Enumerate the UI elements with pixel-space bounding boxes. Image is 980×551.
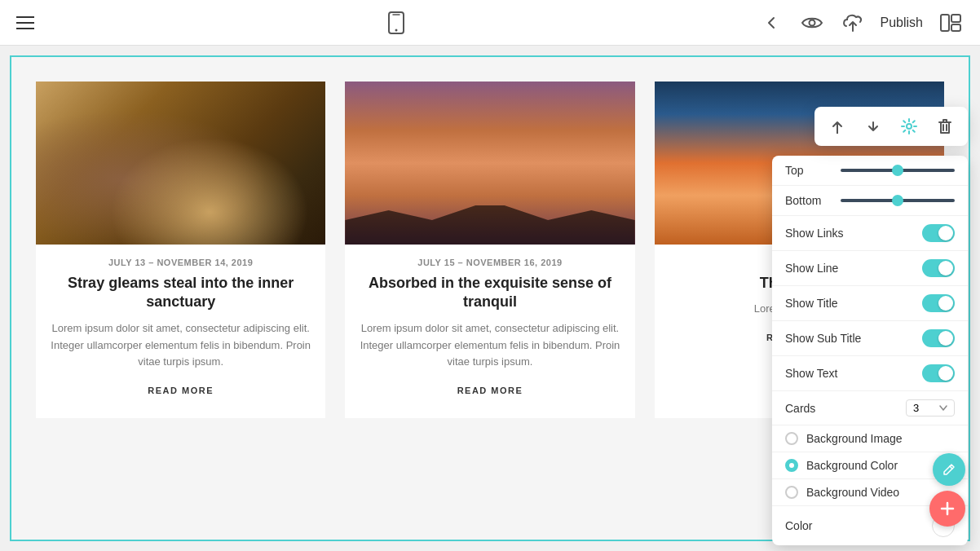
bg-video-radio[interactable] <box>785 486 798 499</box>
svg-point-7 <box>907 124 912 129</box>
top-slider-thumb[interactable] <box>892 165 903 176</box>
show-subtitle-label: Show Sub Title <box>785 332 861 345</box>
show-text-row: Show Text <box>772 356 968 391</box>
show-subtitle-row: Show Sub Title <box>772 321 968 356</box>
svg-rect-4 <box>941 15 949 31</box>
plus-icon <box>939 500 956 517</box>
navbar: Publish <box>0 0 980 46</box>
svg-point-3 <box>809 20 814 25</box>
layout-icon[interactable] <box>938 10 964 36</box>
show-text-toggle[interactable] <box>922 364 955 382</box>
move-up-button[interactable] <box>826 115 849 138</box>
card-1-text: Lorem ipsum dolor sit amet, consectetur … <box>49 320 312 371</box>
bottom-slider[interactable] <box>841 199 955 202</box>
navbar-center <box>383 10 409 36</box>
publish-label: Publish <box>881 15 923 30</box>
upload-icon[interactable] <box>840 10 866 36</box>
settings-panel: Top Bottom Show Links Show Line Show Tit… <box>772 156 968 545</box>
card-2-read-more[interactable]: READ MORE <box>457 386 523 405</box>
move-down-button[interactable] <box>862 115 885 138</box>
bottom-slider-row: Bottom <box>772 186 968 216</box>
bottom-slider-thumb[interactable] <box>892 195 903 206</box>
card-2-title: Absorbed in the exquisite sense of tranq… <box>358 274 621 312</box>
hamburger-menu[interactable] <box>16 16 34 29</box>
card-2-date: JULY 15 – NOVEMBER 16, 2019 <box>358 258 621 267</box>
card-1-title: Stray gleams steal into the inner sanctu… <box>49 274 312 312</box>
bg-color-label: Background Color <box>806 459 898 472</box>
show-links-label: Show Links <box>785 227 844 240</box>
navbar-right: Publish <box>758 10 964 36</box>
cards-select[interactable]: 3 <box>906 399 955 417</box>
card-1-image <box>36 82 325 245</box>
bg-image-radio[interactable] <box>785 432 798 445</box>
fab-add-button[interactable] <box>929 491 965 527</box>
preview-eye-icon[interactable] <box>799 10 825 36</box>
cards-row: Cards 3 <box>772 391 968 425</box>
bottom-label: Bottom <box>785 194 834 207</box>
bg-image-label: Background Image <box>806 432 903 445</box>
card-2-text: Lorem ipsum dolor sit amet, consectetur … <box>358 320 621 371</box>
svg-rect-6 <box>951 24 960 31</box>
navbar-left <box>16 16 34 29</box>
show-title-row: Show Title <box>772 286 968 321</box>
show-line-toggle[interactable] <box>922 259 955 277</box>
main-content: JULY 13 – NOVEMBER 14, 2019 Stray gleams… <box>0 46 980 551</box>
show-line-row: Show Line <box>772 251 968 286</box>
svg-rect-5 <box>951 15 960 22</box>
show-title-label: Show Title <box>785 297 838 310</box>
top-slider[interactable] <box>841 169 955 172</box>
back-icon[interactable] <box>758 10 784 36</box>
show-links-toggle[interactable] <box>922 224 955 242</box>
panel-toolbar <box>814 107 968 146</box>
show-subtitle-toggle[interactable] <box>922 329 955 347</box>
chevron-down-icon <box>939 405 947 411</box>
top-slider-row: Top <box>772 156 968 186</box>
card-1-date: JULY 13 – NOVEMBER 14, 2019 <box>49 258 312 267</box>
bg-color-radio[interactable] <box>785 459 798 472</box>
show-text-label: Show Text <box>785 367 837 380</box>
delete-button[interactable] <box>934 115 956 138</box>
card-1-content: JULY 13 – NOVEMBER 14, 2019 Stray gleams… <box>36 245 325 418</box>
cards-label: Cards <box>785 402 815 415</box>
bg-image-row[interactable]: Background Image <box>772 425 968 452</box>
card-1: JULY 13 – NOVEMBER 14, 2019 Stray gleams… <box>36 82 325 418</box>
fab-edit-button[interactable] <box>933 453 965 486</box>
publish-button[interactable]: Publish <box>881 15 923 30</box>
show-links-row: Show Links <box>772 216 968 251</box>
card-1-read-more[interactable]: READ MORE <box>148 386 214 405</box>
svg-point-1 <box>395 29 397 31</box>
cards-value: 3 <box>913 402 919 414</box>
card-2: JULY 15 – NOVEMBER 16, 2019 Absorbed in … <box>345 82 634 418</box>
card-2-image <box>345 82 634 245</box>
settings-gear-button[interactable] <box>898 115 920 138</box>
color-label: Color <box>785 519 812 532</box>
bg-video-label: Background Video <box>806 486 899 499</box>
mobile-preview-icon[interactable] <box>383 10 409 36</box>
card-2-content: JULY 15 – NOVEMBER 16, 2019 Absorbed in … <box>345 245 634 418</box>
show-title-toggle[interactable] <box>922 294 955 312</box>
top-label: Top <box>785 164 834 177</box>
show-line-label: Show Line <box>785 262 838 275</box>
